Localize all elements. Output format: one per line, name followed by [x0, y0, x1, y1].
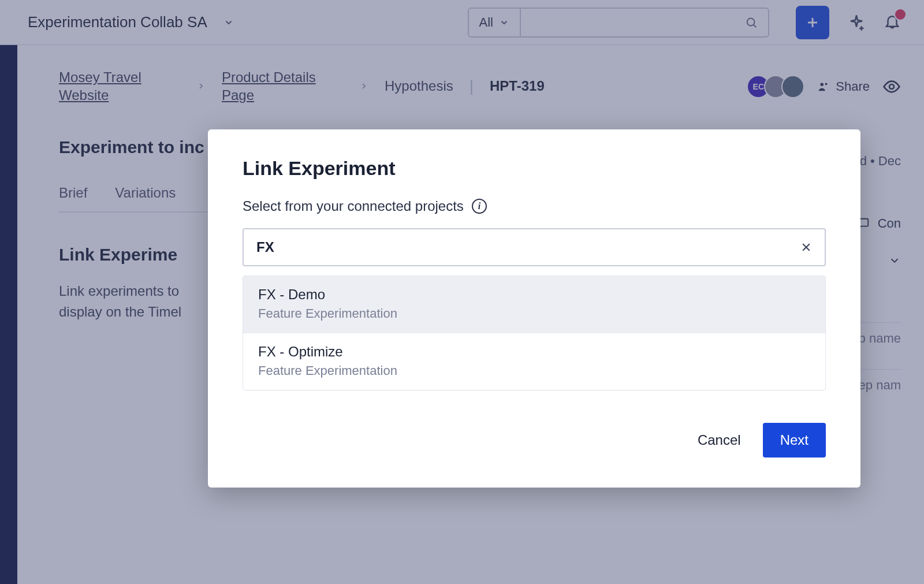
next-button[interactable]: Next	[763, 423, 826, 457]
link-experiment-modal: Link Experiment Select from your connect…	[208, 129, 860, 488]
cancel-button[interactable]: Cancel	[693, 425, 746, 455]
info-icon[interactable]: i	[472, 199, 487, 214]
project-search-input[interactable]	[256, 239, 800, 255]
result-name: FX - Optimize	[258, 344, 810, 360]
result-type: Feature Experimentation	[258, 306, 810, 321]
result-item[interactable]: FX - Demo Feature Experimentation	[243, 276, 825, 333]
modal-actions: Cancel Next	[243, 423, 826, 457]
results-list: FX - Demo Feature Experimentation FX - O…	[243, 276, 826, 390]
project-search-field[interactable]	[243, 228, 826, 266]
modal-subtitle: Select from your connected projects i	[243, 198, 826, 214]
result-name: FX - Demo	[258, 287, 810, 303]
clear-icon[interactable]	[800, 241, 812, 253]
modal-title: Link Experiment	[243, 157, 826, 180]
result-item[interactable]: FX - Optimize Feature Experimentation	[243, 333, 825, 390]
result-type: Feature Experimentation	[258, 363, 810, 378]
